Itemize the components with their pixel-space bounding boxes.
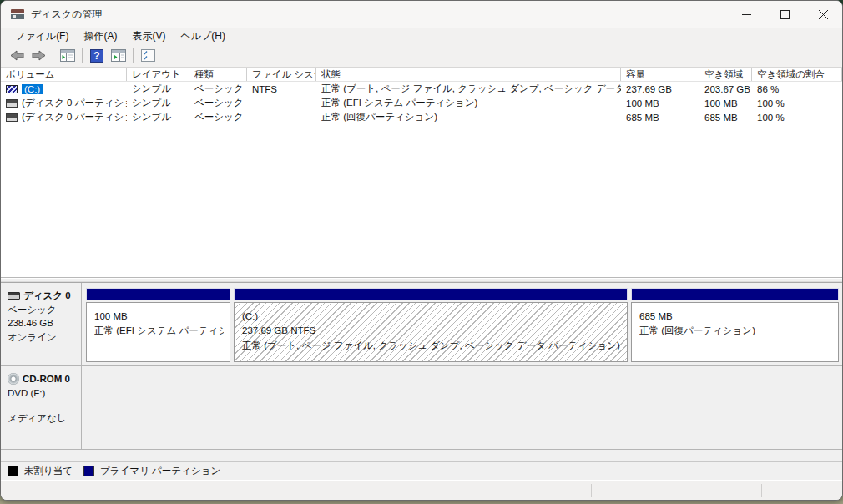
column-header-free-percent[interactable]: 空き領域の割合 [752, 68, 842, 81]
volume-name: (C:) [22, 84, 43, 94]
volume-type: ベーシック [189, 83, 247, 95]
show-console-tree-button[interactable] [58, 47, 78, 65]
partition-status: 正常 (回復パーティション) [639, 324, 832, 338]
partition-recovery[interactable]: 685 MB 正常 (回復パーティション) [631, 288, 839, 365]
cdrom-empty-area [82, 366, 842, 449]
legend-swatch-unallocated [8, 466, 18, 476]
volume-type: ベーシック [189, 97, 247, 109]
disk-size: 238.46 GB [8, 316, 78, 330]
toolbar-separator [82, 48, 83, 63]
column-header-capacity[interactable]: 容量 [621, 68, 699, 81]
forward-icon [32, 50, 46, 61]
svg-text:?: ? [93, 50, 99, 62]
graphical-view: ディスク 0 ベーシック 238.46 GB オンライン 100 MB 正常 (… [1, 283, 842, 450]
column-header-volume[interactable]: ボリューム [1, 68, 127, 81]
volume-list-header: ボリューム レイアウト 種類 ファイル システム 状態 容量 空き領域 空き領域… [1, 68, 842, 82]
status-bar [1, 481, 842, 500]
volume-name: (ディスク 0 パーティション 4) [22, 111, 127, 123]
menu-help[interactable]: ヘルプ(H) [173, 28, 233, 45]
title-bar: ディスクの管理 [1, 1, 842, 28]
toolbar: ? [1, 44, 842, 68]
column-header-layout[interactable]: レイアウト [127, 68, 189, 81]
disk-name: ディスク 0 [23, 289, 71, 303]
legend-label-primary-partition: プライマリ パーティション [100, 465, 220, 477]
properties-checklist-button[interactable] [138, 47, 158, 65]
volume-free: 203.67 GB [699, 84, 752, 94]
partition-status: 正常 (EFI システム パーティション) [94, 324, 224, 338]
disk-0-row: ディスク 0 ベーシック 238.46 GB オンライン 100 MB 正常 (… [1, 283, 842, 366]
partition-color-bar [86, 288, 230, 300]
cdrom-0-row: CD-ROM 0 DVD (F:) メディアなし [1, 366, 842, 450]
disk-0-partitions: 100 MB 正常 (EFI システム パーティション) (C:) 237.69… [82, 283, 842, 365]
volume-icon [6, 99, 18, 108]
disk-0-label-panel[interactable]: ディスク 0 ベーシック 238.46 GB オンライン [1, 283, 82, 365]
volume-free-pct: 100 % [752, 98, 842, 108]
disk-icon [8, 292, 20, 300]
help-button[interactable]: ? [87, 47, 107, 65]
console-tree-icon [60, 49, 75, 62]
show-action-pane-button[interactable] [109, 47, 129, 65]
column-header-type[interactable]: 種類 [189, 68, 247, 81]
partition-status: 正常 (ブート, ページ ファイル, クラッシュ ダンプ, ベーシック データ … [242, 339, 621, 353]
menu-action[interactable]: 操作(A) [76, 28, 124, 45]
partition-name: (C:) [242, 310, 621, 324]
volume-fs: NTFS [247, 84, 316, 94]
status-bar-divider [761, 484, 762, 497]
volume-layout: シンプル [127, 83, 189, 95]
disk-management-window: ディスクの管理 ファイル(F) 操作(A) 表示(V) ヘルプ(H) [0, 0, 843, 501]
cdrom-media-status: メディアなし [8, 411, 78, 426]
cdrom-name: CD-ROM 0 [23, 372, 70, 386]
minimize-button[interactable] [727, 1, 765, 28]
partition-efi[interactable]: 100 MB 正常 (EFI システム パーティション) [86, 288, 230, 365]
cdrom-0-label-panel[interactable]: CD-ROM 0 DVD (F:) メディアなし [1, 366, 82, 449]
volume-layout: シンプル [127, 97, 189, 109]
partition-color-bar [631, 288, 839, 300]
forward-button[interactable] [28, 47, 48, 65]
column-header-status[interactable]: 状態 [316, 68, 621, 81]
maximize-button[interactable] [765, 1, 804, 28]
maximize-icon [780, 10, 790, 19]
volume-capacity: 237.69 GB [621, 84, 699, 94]
volume-icon [6, 113, 18, 122]
minimize-icon [742, 10, 751, 19]
volume-row-c[interactable]: (C:) シンプル ベーシック NTFS 正常 (ブート, ページ ファイル, … [1, 82, 842, 96]
legend-label-unallocated: 未割り当て [24, 465, 73, 477]
volume-status: 正常 (ブート, ページ ファイル, クラッシュ ダンプ, ベーシック データ … [316, 83, 621, 95]
cdrom-drive-letter: DVD (F:) [8, 386, 78, 401]
window-controls [727, 1, 842, 28]
volume-free-pct: 86 % [752, 84, 842, 94]
volume-row-partition-4[interactable]: (ディスク 0 パーティション 4) シンプル ベーシック 正常 (回復パーティ… [1, 110, 842, 124]
menu-bar: ファイル(F) 操作(A) 表示(V) ヘルプ(H) [1, 28, 842, 44]
checklist-icon [141, 49, 155, 62]
partition-size: 100 MB [94, 310, 224, 324]
volume-status: 正常 (回復パーティション) [316, 111, 621, 123]
volume-layout: シンプル [127, 111, 189, 123]
partition-c[interactable]: (C:) 237.69 GB NTFS 正常 (ブート, ページ ファイル, ク… [234, 288, 628, 365]
volume-status: 正常 (EFI システム パーティション) [316, 97, 621, 109]
volume-name: (ディスク 0 パーティション 1) [22, 97, 127, 109]
volume-free-pct: 100 % [752, 113, 842, 123]
cd-rom-icon [8, 373, 19, 385]
menu-view[interactable]: 表示(V) [124, 28, 173, 45]
toolbar-separator [133, 48, 134, 63]
column-header-filesystem[interactable]: ファイル システム [247, 68, 316, 81]
legend-swatch-primary-partition [83, 466, 94, 476]
volume-capacity: 685 MB [621, 113, 699, 123]
close-icon [819, 10, 828, 19]
column-header-free-space[interactable]: 空き領域 [699, 68, 752, 81]
action-pane-icon [111, 49, 126, 62]
help-icon: ? [90, 49, 103, 63]
window-title: ディスクの管理 [31, 8, 102, 22]
disk-type: ベーシック [8, 303, 78, 317]
menu-file[interactable]: ファイル(F) [8, 28, 76, 45]
close-button[interactable] [804, 1, 842, 28]
back-button[interactable] [7, 47, 27, 65]
status-bar-divider [591, 484, 592, 497]
volume-row-partition-1[interactable]: (ディスク 0 パーティション 1) シンプル ベーシック 正常 (EFI シス… [1, 96, 842, 110]
volume-list: ボリューム レイアウト 種類 ファイル システム 状態 容量 空き領域 空き領域… [1, 68, 842, 278]
volume-icon-selected [6, 85, 18, 93]
partition-color-bar [234, 288, 628, 300]
volume-free: 100 MB [699, 98, 752, 108]
disk-management-app-icon [11, 8, 24, 20]
legend-bar: 未割り当て プライマリ パーティション [1, 461, 842, 481]
